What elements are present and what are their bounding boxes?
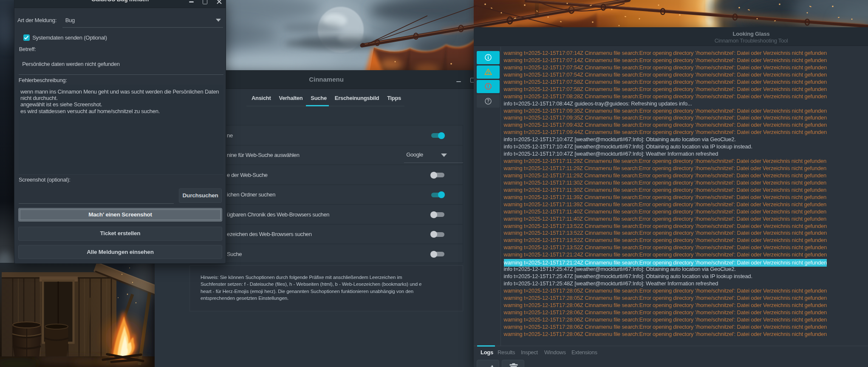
svg-text:?: ? [487,98,489,103]
